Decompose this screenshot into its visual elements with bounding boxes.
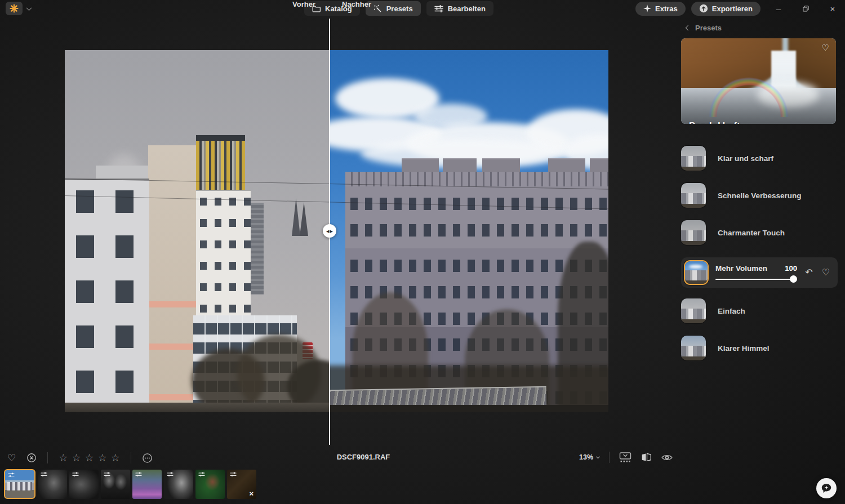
chevron-down-icon — [596, 454, 600, 458]
slider-knob[interactable] — [790, 275, 797, 283]
compare-view-icon[interactable] — [641, 453, 652, 462]
art-layer — [196, 190, 251, 315]
preset-favorite-heart-icon[interactable]: ♡ — [821, 268, 831, 277]
app-logo-button[interactable] — [6, 2, 23, 15]
filmstrip-thumbnail[interactable] — [38, 470, 67, 499]
compare-split-handle[interactable]: ◀ ▶ — [323, 224, 336, 238]
preset-item-einfach[interactable]: Einfach — [681, 298, 838, 323]
collection-favorite-heart-icon[interactable]: ♡ — [822, 43, 829, 53]
art-layer — [681, 193, 706, 205]
reject-icon[interactable] — [26, 453, 37, 463]
filmstrip-thumbnail-selected[interactable] — [4, 469, 35, 499]
filmstrip: × — [4, 469, 256, 499]
star-icon[interactable]: ☆ — [72, 453, 81, 463]
edited-badge-icon — [135, 472, 142, 477]
art-layer — [685, 280, 708, 284]
rating-toolbar: ♡ ☆ ☆ ☆ ☆ ☆ — [7, 451, 153, 465]
filename-label: DSCF9091.RAF — [299, 453, 428, 461]
filmstrip-thumbnail[interactable] — [101, 470, 130, 499]
art-layer — [681, 241, 706, 245]
edited-badge-icon — [72, 472, 79, 477]
split-left-arrow-icon: ◀ — [326, 229, 329, 233]
preset-active-body: Mehr Volumen 100 — [715, 262, 797, 283]
before-image — [65, 50, 330, 412]
filmstrip-thumbnail[interactable] — [164, 470, 193, 499]
preset-item-mehr-volumen[interactable]: Mehr Volumen 100 ↶ ♡ — [681, 257, 838, 288]
filmstrip-thumbnail[interactable] — [132, 470, 162, 499]
after-image — [330, 50, 608, 412]
art-layer — [681, 356, 706, 360]
star-icon[interactable]: ☆ — [98, 453, 107, 463]
preset-label: Mehr Volumen — [715, 264, 767, 273]
view-toolbar: 13% — [579, 451, 673, 464]
preset-label: Klar und scharf — [718, 154, 773, 163]
star-rating: ☆ ☆ ☆ ☆ ☆ — [59, 453, 120, 463]
preview-eye-icon[interactable] — [661, 453, 673, 462]
presets-panel-back[interactable]: Presets — [686, 24, 722, 32]
preset-label: Charmanter Touch — [718, 229, 785, 237]
filmstrip-thumbnail-rejected[interactable]: × — [227, 470, 256, 499]
art-layer — [681, 230, 706, 242]
art-layer — [685, 270, 708, 281]
art-layer — [681, 204, 706, 208]
preset-list: Klar und scharf Schnelle Verbesserung Ch… — [681, 140, 838, 373]
favorite-heart-icon[interactable]: ♡ — [7, 453, 16, 463]
preset-thumbnail — [681, 183, 706, 208]
art-layer — [681, 309, 706, 320]
preset-item-klar-und-scharf[interactable]: Klar und scharf — [681, 146, 838, 171]
preset-item-schnelle-verbesserung[interactable]: Schnelle Verbesserung — [681, 183, 838, 208]
art-layer — [402, 158, 439, 172]
art-layer — [443, 158, 477, 172]
photo-canvas — [65, 50, 608, 412]
edited-badge-icon — [198, 472, 205, 477]
art-layer — [65, 403, 330, 412]
art-layer — [65, 179, 149, 412]
presets-panel: Presets ♡ Landschaft Sammlung — [673, 0, 845, 504]
reset-undo-icon[interactable]: ↶ — [804, 268, 814, 277]
art-layer — [590, 158, 608, 172]
art-layer — [548, 158, 585, 172]
preset-thumbnail — [681, 336, 706, 360]
collection-card-landschaft[interactable]: ♡ Landschaft Sammlung — [681, 38, 836, 124]
preset-item-klarer-himmel[interactable]: Klarer Himmel — [681, 336, 838, 360]
divider — [131, 452, 131, 463]
app-window: Katalog Presets — [0, 0, 845, 504]
art-layer — [681, 319, 706, 323]
filmstrip-toggle-icon[interactable] — [619, 452, 631, 463]
art-layer — [330, 405, 608, 412]
preset-amount-value: 100 — [785, 264, 797, 273]
preset-label: Klarer Himmel — [718, 344, 770, 353]
divider — [609, 452, 610, 463]
star-icon[interactable]: ☆ — [59, 453, 68, 463]
art-layer — [681, 38, 836, 124]
art-layer — [681, 167, 706, 171]
edited-badge-icon — [230, 472, 237, 477]
preset-label: Schnelle Verbesserung — [718, 191, 802, 200]
star-icon[interactable]: ☆ — [85, 453, 94, 463]
filmstrip-thumbnail[interactable] — [69, 470, 99, 499]
panel-title: Presets — [695, 24, 722, 32]
edited-badge-icon — [167, 472, 174, 477]
art-layer — [345, 186, 608, 248]
filmstrip-thumbnail[interactable] — [195, 470, 225, 499]
art-layer — [681, 346, 706, 358]
star-icon[interactable]: ☆ — [111, 453, 120, 463]
art-layer — [148, 145, 196, 412]
collection-title-line2: Sammlung — [689, 119, 738, 124]
zoom-level-dropdown[interactable]: 13% — [579, 453, 599, 461]
art-layer — [482, 158, 520, 172]
preset-item-charmanter-touch[interactable]: Charmanter Touch — [681, 220, 838, 245]
preset-thumbnail — [681, 220, 706, 245]
asterisk-logo-icon — [10, 4, 19, 13]
slider-track[interactable] — [715, 279, 791, 280]
chat-bubble-sparkle-icon — [821, 483, 832, 494]
color-label-menu-icon[interactable] — [142, 453, 153, 463]
preset-amount-slider[interactable] — [715, 275, 797, 283]
preset-thumbnail — [681, 298, 706, 323]
chevron-left-icon — [686, 25, 691, 31]
edited-badge-icon — [8, 472, 15, 478]
rejected-x-icon: × — [249, 489, 254, 498]
divider — [47, 452, 48, 463]
assistant-chat-button[interactable] — [816, 478, 837, 498]
app-menu-chevron-down-icon[interactable] — [26, 5, 32, 11]
